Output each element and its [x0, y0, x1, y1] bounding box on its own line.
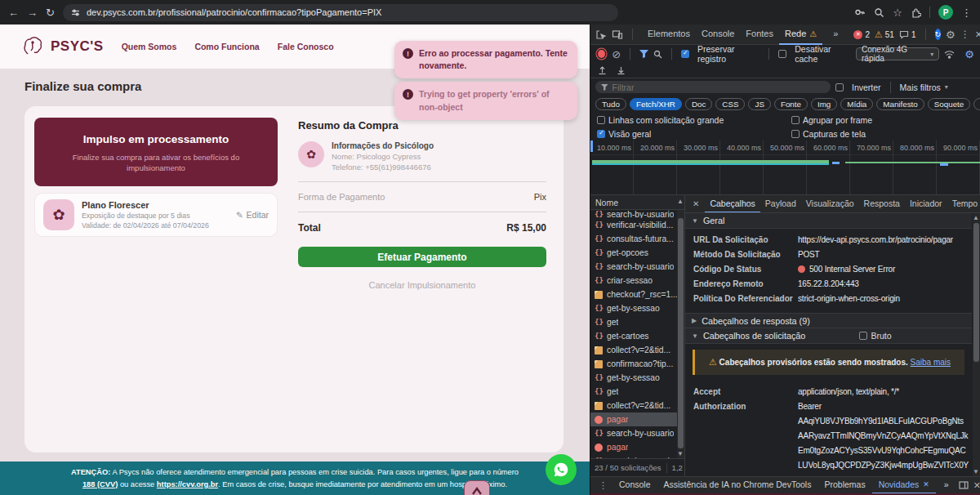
- devtools-menu-icon[interactable]: ⋮: [960, 29, 970, 40]
- request-row[interactable]: search-by-usuario: [590, 260, 684, 274]
- learn-more-link[interactable]: Saiba mais: [911, 358, 951, 367]
- extensions-icon[interactable]: [911, 7, 921, 18]
- request-row[interactable]: get-opcoes: [590, 246, 684, 260]
- details-tab[interactable]: Cabeçalhos: [705, 195, 760, 213]
- dock-panel-icon[interactable]: [959, 481, 969, 489]
- password-key-icon[interactable]: [854, 7, 866, 18]
- error-toast[interactable]: ! Erro ao processar pagamento. Tente nov…: [394, 41, 577, 78]
- nav-link[interactable]: Como Funciona: [194, 42, 259, 51]
- drawer-tab[interactable]: Console✕: [612, 477, 657, 494]
- request-headers-section[interactable]: ▼ Cabeçalhos de solicitação Bruto: [685, 328, 972, 344]
- type-chip[interactable]: Manifesto: [876, 98, 924, 110]
- timeline-selection-handle[interactable]: [590, 140, 593, 152]
- raw-headers-checkbox[interactable]: [859, 332, 867, 340]
- nav-link[interactable]: Fale Conosco: [278, 42, 334, 51]
- request-row[interactable]: verificar-visibilid...: [590, 218, 684, 232]
- clear-network-icon[interactable]: ⊘: [612, 48, 621, 60]
- scroll-to-top-button[interactable]: [464, 480, 490, 495]
- drawer-menu-icon[interactable]: ⋮: [595, 480, 611, 491]
- import-har-icon[interactable]: [598, 65, 607, 75]
- address-bar[interactable]: dev.psycs.com.br/profissional/patrocinio…: [63, 4, 618, 21]
- console-warnings-badge[interactable]: ⚠ 51: [875, 29, 894, 40]
- invert-filter-checkbox[interactable]: [835, 83, 844, 91]
- scroll-up-icon[interactable]: ▲: [677, 198, 684, 205]
- pay-button[interactable]: Efetuar Pagamento: [298, 247, 546, 267]
- settings-gear-icon[interactable]: ⚙: [946, 29, 956, 41]
- disable-cache-checkbox[interactable]: [778, 50, 786, 58]
- type-chip[interactable]: Wasm: [973, 98, 980, 110]
- request-row[interactable]: get-cartoes: [590, 329, 684, 343]
- close-drawer-icon[interactable]: ✕: [970, 480, 980, 491]
- whatsapp-button[interactable]: [546, 454, 577, 485]
- details-tab[interactable]: Visualização: [801, 195, 859, 213]
- request-row[interactable]: consultas-futura...: [590, 232, 684, 246]
- cvv-phone-link[interactable]: 188 (CVV): [82, 480, 118, 488]
- network-settings-gear-icon[interactable]: ⚙: [964, 48, 974, 60]
- group-by-frame-checkbox[interactable]: [791, 116, 800, 124]
- request-row[interactable]: criar-sessao: [590, 274, 684, 288]
- back-icon[interactable]: ←: [8, 7, 19, 18]
- devtools-tab[interactable]: Rede⚠: [779, 25, 822, 45]
- type-chip[interactable]: Fetch/XHR: [630, 98, 682, 110]
- zoom-icon[interactable]: [874, 7, 884, 18]
- details-tab[interactable]: Iniciador: [905, 195, 947, 213]
- type-chip[interactable]: Img: [811, 98, 837, 110]
- request-row[interactable]: get: [590, 385, 684, 399]
- sync-update-icon[interactable]: ↻: [935, 29, 942, 40]
- request-row[interactable]: search-by-usuario: [590, 426, 684, 440]
- request-row[interactable]: search-by-usuario: [590, 210, 684, 218]
- preserve-log-checkbox[interactable]: [681, 50, 689, 58]
- response-headers-section[interactable]: ▶ Cabeçalhos de resposta (9): [685, 313, 972, 328]
- network-overview-timeline[interactable]: 10.000 ms20.000 ms30.000 ms40.000 ms50.0…: [590, 140, 980, 195]
- cvv-site-link[interactable]: https://cvv.org.br: [157, 480, 218, 488]
- devtools-tab[interactable]: Console⚠: [696, 25, 740, 45]
- drawer-tab[interactable]: Problemas✕: [817, 477, 871, 494]
- screenshots-checkbox[interactable]: [791, 130, 800, 138]
- details-tab[interactable]: Resposta: [859, 195, 905, 213]
- drawer-tab[interactable]: Assistência de IA no Chrome DevTools✕: [657, 477, 818, 494]
- export-har-icon[interactable]: [617, 65, 626, 75]
- search-icon[interactable]: [653, 50, 662, 59]
- filter-input[interactable]: [612, 82, 825, 92]
- request-row[interactable]: collect?v=2&tid...: [590, 399, 684, 412]
- network-conditions-icon[interactable]: [944, 50, 955, 59]
- close-details-icon[interactable]: ✕: [688, 199, 703, 208]
- site-info-icon[interactable]: [71, 8, 80, 17]
- close-devtools-icon[interactable]: ✕: [975, 29, 980, 40]
- scroll-up-icon[interactable]: ▲: [973, 214, 979, 221]
- details-tab[interactable]: Tempo: [947, 195, 980, 213]
- reload-icon[interactable]: ↻: [46, 7, 55, 18]
- request-row[interactable]: collect?v=2&tid...: [590, 343, 684, 357]
- request-row[interactable]: pagar: [590, 412, 684, 426]
- type-chip[interactable]: Mídia: [840, 98, 873, 110]
- throttling-select[interactable]: Conexão 4G rápida ▾: [856, 47, 939, 60]
- more-tabs-icon[interactable]: »: [827, 25, 844, 45]
- request-row[interactable]: get-by-sessao: [590, 301, 684, 315]
- edit-plan-button[interactable]: ✎ Editar: [236, 210, 269, 220]
- issues-badge[interactable]: 1: [899, 30, 916, 39]
- type-chip[interactable]: Doc: [685, 98, 712, 110]
- record-network-icon[interactable]: [598, 50, 605, 58]
- filter-funnel-icon[interactable]: [639, 50, 648, 58]
- details-scrollbar[interactable]: ▲ ▼: [973, 213, 980, 476]
- console-errors-badge[interactable]: ✕ 2: [853, 30, 870, 39]
- drawer-more-tabs-icon[interactable]: »: [938, 477, 956, 494]
- general-section-header[interactable]: ▼ Geral: [685, 213, 972, 229]
- scroll-down-icon[interactable]: ▼: [677, 450, 684, 457]
- type-chip[interactable]: Fonte: [774, 98, 808, 110]
- type-chip[interactable]: Tudo: [595, 98, 626, 110]
- overview-checkbox[interactable]: [597, 130, 605, 138]
- nav-link[interactable]: Quem Somos: [122, 42, 177, 51]
- scroll-down-icon[interactable]: ▼: [973, 468, 979, 475]
- more-filters-button[interactable]: Mais filtros ▾: [900, 82, 948, 92]
- scrollbar-thumb[interactable]: [973, 223, 979, 362]
- bookmark-star-icon[interactable]: ☆: [893, 7, 902, 18]
- devtools-tab[interactable]: Fontes⚠: [740, 25, 779, 45]
- request-list-scrollbar[interactable]: ▼: [677, 210, 684, 458]
- browser-menu-icon[interactable]: ⋮: [961, 7, 972, 18]
- type-chip[interactable]: JS: [748, 98, 770, 110]
- forward-icon[interactable]: →: [27, 7, 38, 18]
- close-icon[interactable]: ✕: [923, 480, 929, 488]
- devtools-tab[interactable]: Elementos⚠: [642, 25, 696, 45]
- request-list-header[interactable]: Nome ▲: [590, 195, 684, 210]
